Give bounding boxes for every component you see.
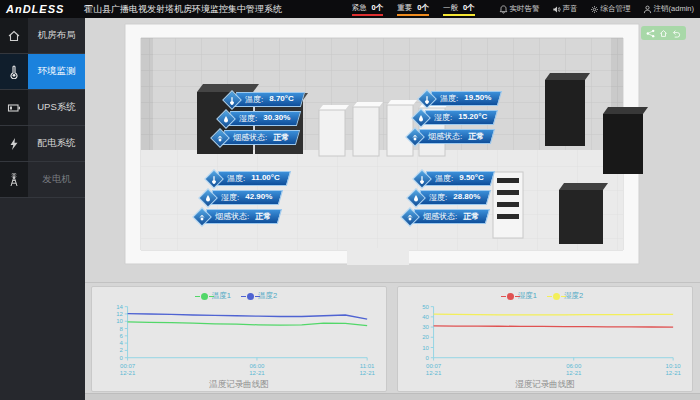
logout-button[interactable]: 注销(admin) <box>643 4 694 14</box>
server-cabinet <box>559 190 603 244</box>
reset-view-button[interactable] <box>659 29 668 38</box>
alarm-bar-critical <box>352 14 384 16</box>
gear-icon <box>590 5 599 14</box>
humidity-tag: 湿度:15.20°C <box>421 110 499 125</box>
legend-dot <box>507 293 514 300</box>
svg-text:12-21: 12-21 <box>566 370 582 376</box>
svg-text:30: 30 <box>422 324 429 330</box>
svg-text:06:00: 06:00 <box>249 363 265 369</box>
smoke-status-tag: 烟感状态:正常 <box>415 129 496 144</box>
room-3d-canvas <box>97 22 677 284</box>
menu-label: 实时告警 <box>510 4 540 14</box>
sidebar-item-ups-system[interactable]: UPS系统 <box>0 90 85 126</box>
sidebar-item-room-layout[interactable]: 机房布局 <box>0 18 85 54</box>
menu-label: 声音 <box>563 4 578 14</box>
svg-text:06:00: 06:00 <box>566 363 582 369</box>
svg-text:10:10: 10:10 <box>666 363 682 369</box>
legend-entry: 湿度1 <box>507 291 537 301</box>
sidebar: 机房布局 环境监测 UPS系统 配电系统 发电机 <box>0 18 85 400</box>
svg-text:0: 0 <box>120 355 124 361</box>
alarm-count: 0个 <box>372 3 384 13</box>
alarm-label: 重要 <box>397 3 412 13</box>
menu-label: 综合管理 <box>601 4 631 14</box>
viewer-toolbar <box>641 26 686 40</box>
sidebar-item-label: 发电机 <box>28 162 85 197</box>
sensor-group-top-left: 温度:8.70°C 湿度:30.30% 烟感状态:正常 <box>213 92 303 149</box>
alarm-label: 紧急 <box>352 3 367 13</box>
svg-text:12-21: 12-21 <box>359 370 375 376</box>
svg-text:12: 12 <box>116 311 123 317</box>
home-icon <box>0 18 28 53</box>
temperature-tag: 温度:11.00°C <box>214 171 291 186</box>
svg-text:4: 4 <box>120 340 124 346</box>
server-cabinet <box>603 114 643 174</box>
admin-management-button[interactable]: 综合管理 <box>590 4 631 14</box>
brand-logo: AnDLESS <box>0 3 84 15</box>
main-content: 温度:8.70°C 湿度:30.30% 烟感状态:正常 温度:19.50% 湿度… <box>85 18 700 400</box>
svg-text:6: 6 <box>120 333 124 339</box>
undo-view-button[interactable] <box>672 29 681 38</box>
logout-icon <box>643 5 652 14</box>
temperature-line-chart: 0246810121400:0712-2106:0012-2111:0112-2… <box>92 302 386 380</box>
bell-icon <box>499 5 508 14</box>
svg-text:12-21: 12-21 <box>120 370 136 376</box>
humidity-tag: 湿度:30.30% <box>226 111 302 126</box>
svg-text:10: 10 <box>422 345 429 351</box>
alarm-counter-major[interactable]: 重要 0个 <box>397 3 429 16</box>
sidebar-item-power-distribution[interactable]: 配电系统 <box>0 126 85 162</box>
door-opening <box>347 248 409 265</box>
battery-icon <box>0 90 28 125</box>
legend-entry: 温度2 <box>247 291 277 301</box>
legend-dot <box>553 293 560 300</box>
sidebar-item-label: 配电系统 <box>28 126 85 161</box>
svg-text:00:07: 00:07 <box>426 363 442 369</box>
thermometer-icon <box>0 54 28 89</box>
chart-title: 温度记录曲线图 <box>92 379 386 391</box>
alarm-counter-critical[interactable]: 紧急 0个 <box>352 3 384 16</box>
sensor-group-top-right: 温度:19.50% 湿度:15.20°C 烟感状态:正常 <box>408 91 500 148</box>
alarm-label: 一般 <box>443 3 458 13</box>
sidebar-item-environment-monitoring[interactable]: 环境监测 <box>0 54 85 90</box>
svg-text:11:01: 11:01 <box>360 363 375 369</box>
svg-text:50: 50 <box>422 304 429 310</box>
footer-strip <box>85 393 700 400</box>
realtime-alarm-button[interactable]: 实时告警 <box>499 4 540 14</box>
humidity-tag: 湿度:28.80% <box>416 190 492 205</box>
server-cabinet <box>545 80 585 146</box>
sidebar-item-generator[interactable]: 发电机 <box>0 162 85 198</box>
alarm-counter-normal[interactable]: 一般 0个 <box>443 3 475 16</box>
temperature-chart-card: 温度1 温度2 0246810121400:0712-2106:0012-211… <box>91 286 387 392</box>
temperature-tag: 温度:19.50% <box>427 91 503 106</box>
speaker-icon <box>552 5 561 14</box>
svg-text:12-21: 12-21 <box>665 370 681 376</box>
svg-text:40: 40 <box>422 314 429 320</box>
sound-button[interactable]: 声音 <box>552 4 578 14</box>
svg-text:12-21: 12-21 <box>249 370 265 376</box>
tower-icon <box>0 162 28 197</box>
humidity-line-chart: 0102030405000:0712-2106:0012-2110:1012-2… <box>398 302 692 380</box>
temperature-tag: 温度:9.50°C <box>422 171 495 186</box>
sensor-group-bottom-right: 温度:9.50°C 湿度:28.80% 烟感状态:正常 <box>403 171 493 228</box>
svg-text:14: 14 <box>116 304 123 310</box>
svg-text:2: 2 <box>120 347 124 353</box>
svg-text:00:07: 00:07 <box>120 363 136 369</box>
legend-entry: 湿度2 <box>553 291 583 301</box>
smoke-status-tag: 烟感状态:正常 <box>410 209 491 224</box>
alarm-bar-normal <box>443 14 475 16</box>
page-title: 霍山县广播电视发射塔机房环境监控集中管理系统 <box>84 3 282 16</box>
legend-dot <box>247 293 254 300</box>
svg-text:0: 0 <box>426 355 430 361</box>
bolt-icon <box>0 126 28 161</box>
topbar-menu: 实时告警 声音 综合管理 注销(admin) <box>499 4 694 14</box>
legend-entry: 温度1 <box>201 291 231 301</box>
room-3d-view[interactable] <box>97 22 677 284</box>
legend-dot <box>201 293 208 300</box>
chart-legend: 温度1 温度2 <box>92 290 386 302</box>
sidebar-item-label: UPS系统 <box>28 90 85 125</box>
smoke-status-tag: 烟感状态:正常 <box>220 130 301 145</box>
alarm-count: 0个 <box>417 3 429 13</box>
temperature-tag: 温度:8.70°C <box>232 92 305 107</box>
sidebar-item-label: 环境监测 <box>28 54 85 89</box>
view-settings-button[interactable] <box>646 29 655 38</box>
topbar: AnDLESS 霍山县广播电视发射塔机房环境监控集中管理系统 紧急 0个 重要 … <box>0 0 700 18</box>
